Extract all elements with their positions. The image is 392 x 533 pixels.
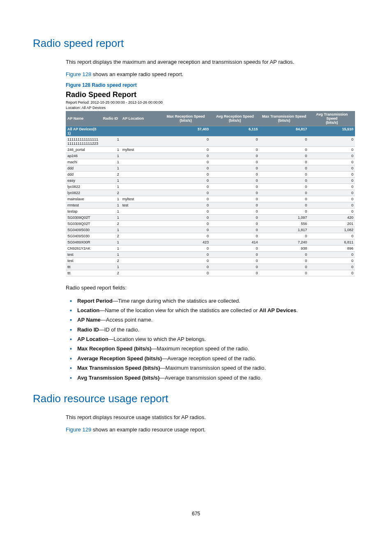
report-screenshot: Radio Speed Report Report Period: 2012-1… bbox=[66, 90, 355, 276]
column-header: Radio ID bbox=[100, 111, 120, 126]
table-row: testap10000 bbox=[66, 209, 355, 215]
table-row: 11111111111111111111111111122310000 bbox=[66, 137, 355, 147]
table-row: lyc082220000 bbox=[66, 190, 355, 196]
column-header: AP Name bbox=[66, 111, 100, 126]
table-row: SG0489X00R14234147,2406,811 bbox=[66, 239, 355, 246]
fields-list: Report Period—Time range during which th… bbox=[66, 296, 355, 383]
field-item: Radio ID—ID of the radio. bbox=[66, 325, 355, 334]
table-row: SG0409S0301001,8171,082 bbox=[66, 227, 355, 233]
field-item: AP Location—Location view to which the A… bbox=[66, 334, 355, 344]
report-location: Location: All AP Devices bbox=[66, 106, 355, 110]
field-item: Avg Transmission Speed (bits/s)—Average … bbox=[66, 373, 355, 382]
table-row: CN9261Y2AK100938896 bbox=[66, 246, 355, 252]
table-summary-row: All AP Devices(81)37,4036,11584,81715,51… bbox=[66, 126, 355, 137]
figure-128-caption: Figure 128 Radio speed report bbox=[66, 82, 355, 88]
field-item: Report Period—Time range during which th… bbox=[66, 296, 355, 306]
field-item: AP Name—Access point name. bbox=[66, 315, 355, 324]
figure-reference-rest-2: shows an example radio resource usage re… bbox=[91, 426, 205, 433]
table-row: ttt10000 bbox=[66, 264, 355, 270]
report-title: Radio Speed Report bbox=[66, 90, 355, 99]
figure-129-link[interactable]: Figure 129 bbox=[66, 426, 91, 433]
field-item: Average Reception Speed (bits/s)—Average… bbox=[66, 354, 355, 363]
report-period: Report Period: 2012-10-25 00:00:00 - 201… bbox=[66, 100, 355, 104]
table-row: ttt20000 bbox=[66, 270, 355, 276]
table-row: test20000 bbox=[66, 258, 355, 264]
table-row: 246_portal1myltest0000 bbox=[66, 147, 355, 153]
figure-reference-line-2: Figure 129 shows an example radio resour… bbox=[66, 426, 355, 434]
radio-speed-table: AP NameRadio IDAP LocationMax Reception … bbox=[66, 111, 355, 276]
section-heading-resource-usage: Radio resource usage report bbox=[33, 392, 359, 405]
field-item: Location—Name of the location view for w… bbox=[66, 306, 355, 315]
fields-intro: Radio speed report fields: bbox=[66, 284, 355, 292]
table-row: test10000 bbox=[66, 252, 355, 258]
column-header: Avg Transmission Speed(bits/s) bbox=[309, 111, 355, 126]
table-row: ddd10000 bbox=[66, 165, 355, 171]
intro-paragraph-2: This report displays resource usage stat… bbox=[66, 413, 355, 422]
column-header: Max Transmission Speed(bits/s) bbox=[260, 111, 309, 126]
table-row: easy10000 bbox=[66, 178, 355, 184]
table-row: SG0409S03020000 bbox=[66, 233, 355, 239]
table-row: SG0309Q02T1001,097420 bbox=[66, 215, 355, 221]
table-row: SG0309Q02T200556201 bbox=[66, 221, 355, 227]
intro-paragraph: This report displays the maximum and ave… bbox=[66, 58, 355, 66]
table-header-row: AP NameRadio IDAP LocationMax Reception … bbox=[66, 111, 355, 126]
section-heading-radio-speed: Radio speed report bbox=[33, 37, 359, 50]
field-item: Max Transmission Speed (bits/s)—Maximum … bbox=[66, 363, 355, 373]
figure-reference-rest: shows an example radio speed report. bbox=[91, 71, 183, 77]
field-item: Max Reception Speed (bits/s)—Maximum rec… bbox=[66, 344, 355, 353]
table-row: rrmtest1test0000 bbox=[66, 202, 355, 209]
column-header: Max Reception Speed(bits/s) bbox=[161, 111, 210, 126]
figure-reference-line: Figure 128 shows an example radio speed … bbox=[66, 70, 355, 79]
table-row: ap24610000 bbox=[66, 153, 355, 159]
table-row: lyc082210000 bbox=[66, 184, 355, 190]
table-row: mainslave1myltest0000 bbox=[66, 196, 355, 202]
column-header: Avg Reception Speed(bits/s) bbox=[210, 111, 260, 126]
table-row: ddd20000 bbox=[66, 171, 355, 178]
column-header: AP Location bbox=[121, 111, 161, 126]
figure-128-link[interactable]: Figure 128 bbox=[66, 71, 91, 77]
table-row: machi10000 bbox=[66, 159, 355, 165]
page-number: 675 bbox=[0, 511, 392, 517]
